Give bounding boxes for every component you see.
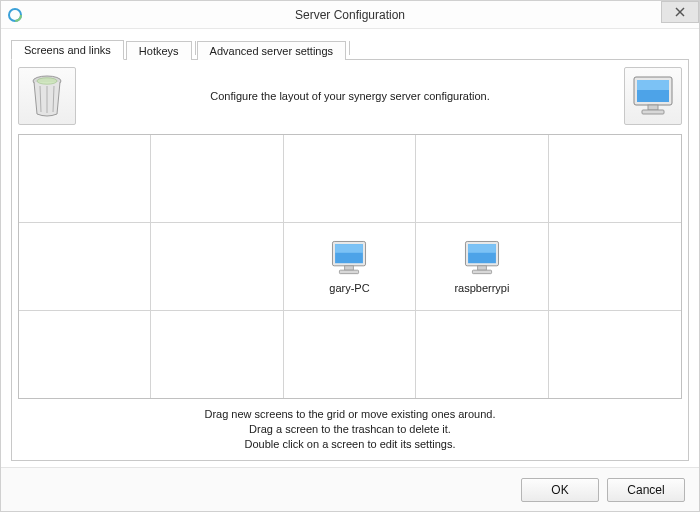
grid-cell[interactable]: [284, 135, 416, 223]
hint-text: Drag new screens to the grid or move exi…: [18, 399, 682, 454]
tab-hotkeys[interactable]: Hotkeys: [126, 41, 192, 60]
window-title: Server Configuration: [1, 8, 699, 22]
titlebar: Server Configuration: [1, 1, 699, 29]
grid-cell[interactable]: [19, 135, 151, 223]
screen-label: gary-PC: [329, 282, 369, 294]
tab-separator: [195, 41, 196, 55]
svg-point-8: [37, 78, 57, 84]
grid-cell[interactable]: [19, 223, 151, 311]
ok-button[interactable]: OK: [521, 478, 599, 502]
app-icon: [7, 7, 23, 23]
screen-label: raspberrypi: [454, 282, 509, 294]
grid-cell[interactable]: [549, 223, 681, 311]
grid-cell[interactable]: [549, 135, 681, 223]
grid-cell[interactable]: [151, 311, 283, 399]
tab-advanced-server-settings[interactable]: Advanced server settings: [197, 41, 347, 60]
trash-icon: [28, 74, 66, 118]
screen-grid[interactable]: gary-PC raspberrypi: [18, 134, 682, 399]
tab-screens-and-links[interactable]: Screens and links: [11, 40, 124, 60]
grid-cell[interactable]: [19, 311, 151, 399]
tab-separator: [349, 41, 350, 55]
grid-cell-screen[interactable]: raspberrypi: [416, 223, 548, 311]
dialog-window: Server Configuration Screens and links H…: [0, 0, 700, 512]
svg-rect-22: [478, 266, 487, 270]
grid-cell[interactable]: [151, 135, 283, 223]
cancel-button[interactable]: Cancel: [607, 478, 685, 502]
svg-rect-16: [336, 244, 364, 253]
trash-dropzone[interactable]: [18, 67, 76, 125]
grid-cell[interactable]: [416, 135, 548, 223]
new-screen-source[interactable]: [624, 67, 682, 125]
button-bar: OK Cancel: [1, 467, 699, 511]
svg-rect-18: [340, 270, 359, 273]
top-row: Configure the layout of your synergy ser…: [18, 66, 682, 126]
svg-rect-13: [642, 110, 664, 114]
close-button[interactable]: [661, 1, 699, 23]
monitor-icon: [327, 238, 371, 278]
instruction-text: Configure the layout of your synergy ser…: [76, 90, 624, 102]
hint-line: Double click on a screen to edit its set…: [18, 437, 682, 452]
grid-cell[interactable]: [151, 223, 283, 311]
svg-rect-23: [472, 270, 491, 273]
grid-cell[interactable]: [416, 311, 548, 399]
monitor-icon: [460, 238, 504, 278]
tabstrip: Screens and links Hotkeys Advanced serve…: [11, 37, 689, 59]
grid-cell[interactable]: [284, 311, 416, 399]
svg-rect-17: [345, 266, 354, 270]
tab-panel: Configure the layout of your synergy ser…: [11, 59, 689, 461]
monitor-icon: [630, 73, 676, 119]
hint-line: Drag a screen to the trashcan to delete …: [18, 422, 682, 437]
hint-line: Drag new screens to the grid or move exi…: [18, 407, 682, 422]
content-area: Screens and links Hotkeys Advanced serve…: [1, 29, 699, 467]
svg-rect-21: [468, 244, 496, 253]
grid-cell[interactable]: [549, 311, 681, 399]
svg-rect-11: [637, 80, 669, 90]
grid-cell-screen[interactable]: gary-PC: [284, 223, 416, 311]
close-icon: [675, 7, 685, 17]
svg-rect-12: [648, 105, 658, 110]
